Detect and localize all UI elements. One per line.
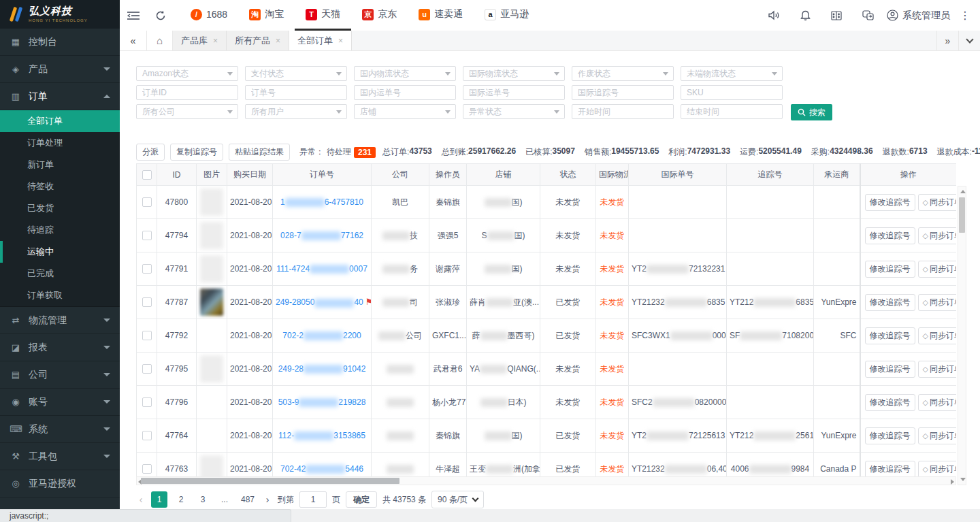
sidebar-item[interactable]: ◈ 产品 — [0, 56, 120, 83]
page-number-button[interactable]: 2 — [173, 491, 189, 508]
page-number-button[interactable]: ... — [216, 491, 233, 508]
next-page-button[interactable]: › — [263, 494, 272, 505]
filter-select[interactable]: 所有公司 — [136, 104, 238, 119]
page-tab[interactable]: 所有产品 × — [227, 31, 289, 50]
row-checkbox[interactable] — [142, 364, 152, 374]
pending-count-badge[interactable]: 231 — [354, 147, 376, 158]
submenu-item[interactable]: 待追踪 — [0, 219, 120, 241]
vertical-scroll-thumb[interactable] — [959, 197, 965, 233]
horizontal-scrollbar[interactable] — [136, 476, 956, 485]
goto-page-input[interactable] — [299, 491, 327, 508]
sidebar-item-orders[interactable]: ▥ 订单 — [0, 83, 120, 110]
prev-page-button[interactable]: ‹ — [136, 494, 146, 505]
filter-select[interactable]: 国际物流状态 — [463, 66, 565, 81]
filter-select[interactable]: Amazon状态 — [136, 66, 238, 81]
filter-select[interactable]: 支付状态 — [245, 66, 347, 81]
date-input[interactable] — [572, 104, 674, 119]
submenu-item[interactable]: 订单获取 — [0, 284, 120, 306]
edit-tracking-button[interactable]: 修改追踪号 — [865, 361, 915, 378]
filter-input[interactable] — [572, 85, 674, 100]
scroll-up-icon[interactable] — [960, 190, 966, 193]
row-checkbox[interactable] — [142, 197, 152, 207]
sync-order-button[interactable]: 同步订单 — [918, 327, 957, 344]
submenu-item[interactable]: 已完成 — [0, 263, 120, 284]
submenu-item[interactable]: 运输中 — [0, 241, 120, 263]
toolbar-button[interactable]: 分派 — [136, 144, 165, 161]
filter-input[interactable] — [354, 85, 456, 100]
page-size-select[interactable]: 90 条/页 — [431, 491, 484, 508]
notification-bell-icon[interactable] — [793, 0, 817, 31]
page-number-button[interactable]: 1 — [151, 491, 167, 508]
currency-exchange-icon[interactable] — [855, 0, 880, 31]
filter-select[interactable]: 末端物流状态 — [681, 66, 783, 81]
more-options-icon[interactable]: ⋮ — [957, 9, 973, 22]
filter-select[interactable]: 作废状态 — [572, 66, 674, 81]
horizontal-scroll-thumb[interactable] — [141, 478, 399, 484]
filter-input[interactable] — [681, 85, 783, 100]
vertical-scrollbar[interactable] — [958, 186, 966, 485]
filter-select[interactable]: 异常状态 — [463, 104, 565, 119]
sidebar-item[interactable]: ▦ 控制台 — [0, 29, 120, 56]
collapse-sidebar-button[interactable] — [120, 0, 147, 31]
scroll-down-icon[interactable] — [960, 478, 966, 481]
user-menu[interactable]: 系统管理员 — [887, 10, 950, 22]
sync-order-button[interactable]: 同步订单 — [918, 227, 957, 244]
platform-tab[interactable]: / 1688 — [180, 0, 238, 31]
sidebar-item[interactable]: ◎ 亚马逊授权 — [0, 470, 120, 497]
toolbar-button[interactable]: 粘贴追踪结果 — [229, 144, 290, 161]
order-number-link[interactable]: 112-3153865 — [278, 431, 365, 440]
sync-order-button[interactable]: 同步订单 — [918, 194, 957, 211]
row-checkbox[interactable] — [142, 431, 152, 440]
tabs-scroll-right-button[interactable]: » — [936, 31, 958, 50]
platform-tab[interactable]: a 亚马逊 — [474, 0, 540, 31]
sync-order-button[interactable]: 同步订单 — [918, 294, 957, 311]
platform-tab[interactable]: 淘 淘宝 — [238, 0, 295, 31]
page-tab[interactable]: 产品库 × — [173, 31, 227, 50]
order-number-link[interactable]: 111-47240007 — [276, 264, 368, 274]
sidebar-item[interactable]: ◪ 报表 — [0, 334, 120, 361]
row-checkbox[interactable] — [142, 464, 152, 474]
submenu-item[interactable]: 订单处理 — [0, 132, 120, 154]
sidebar-item[interactable]: ⌨ 系统 — [0, 416, 120, 443]
filter-input[interactable] — [463, 85, 565, 100]
order-number-link[interactable]: 503-9219828 — [278, 397, 366, 407]
sync-order-button[interactable]: 同步订单 — [918, 427, 957, 444]
goto-confirm-button[interactable]: 确定 — [346, 491, 377, 508]
edit-tracking-button[interactable]: 修改追踪号 — [865, 227, 915, 244]
pending-label[interactable]: 待处理 — [327, 146, 351, 158]
submenu-item[interactable]: 已发货 — [0, 197, 120, 219]
row-checkbox[interactable] — [142, 231, 152, 240]
edit-tracking-button[interactable]: 修改追踪号 — [865, 294, 915, 311]
submenu-item[interactable]: 待签收 — [0, 176, 120, 197]
filter-input[interactable] — [245, 85, 347, 100]
page-number-button[interactable]: 487 — [238, 491, 257, 508]
order-number-link[interactable]: 16-4757810 — [280, 197, 363, 207]
sync-order-button[interactable]: 同步订单 — [918, 461, 957, 477]
sync-order-button[interactable]: 同步订单 — [918, 361, 957, 378]
announcement-speaker-icon[interactable] — [762, 0, 786, 31]
select-all-checkbox[interactable] — [142, 170, 152, 180]
page-number-button[interactable]: 3 — [195, 491, 211, 508]
submenu-item[interactable]: 全部订单 — [0, 110, 120, 132]
edit-tracking-button[interactable]: 修改追踪号 — [865, 461, 915, 477]
platform-tab[interactable]: 京 京东 — [351, 0, 408, 31]
date-input[interactable] — [681, 104, 783, 119]
row-checkbox[interactable] — [142, 297, 152, 307]
sidebar-item[interactable]: ◉ 账号 — [0, 389, 120, 416]
filter-input[interactable] — [136, 85, 238, 100]
scroll-right-icon[interactable] — [951, 479, 954, 485]
row-checkbox[interactable] — [142, 331, 152, 340]
apps-grid-icon[interactable] — [824, 0, 849, 31]
sync-order-button[interactable]: 同步订单 — [918, 394, 957, 411]
order-number-link[interactable]: 702-22200 — [282, 331, 361, 340]
edit-tracking-button[interactable]: 修改追踪号 — [865, 194, 915, 211]
close-icon[interactable]: × — [213, 36, 218, 46]
row-checkbox[interactable] — [142, 264, 152, 274]
edit-tracking-button[interactable]: 修改追踪号 — [865, 327, 915, 344]
filter-select[interactable]: 店铺 — [354, 104, 456, 119]
sidebar-item[interactable]: ⚒ 工具包 — [0, 443, 120, 470]
row-checkbox[interactable] — [142, 397, 152, 407]
order-number-link[interactable]: 249-2805040 — [276, 297, 363, 307]
order-number-link[interactable]: 249-2891042 — [278, 364, 366, 374]
sidebar-item[interactable]: ▤ 公司 — [0, 361, 120, 389]
